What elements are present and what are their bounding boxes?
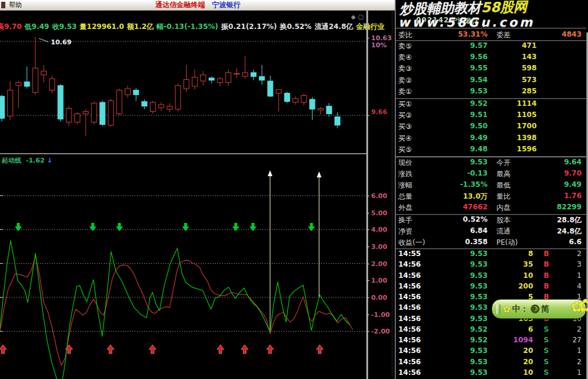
tick-count: 1 bbox=[577, 368, 581, 377]
candle bbox=[318, 108, 323, 110]
stat-value: 0.358 bbox=[465, 238, 488, 246]
buy-signal-arrow bbox=[316, 345, 323, 354]
ime-toolbar[interactable]: ✿ 中 ： ☽ 简 ✿✿ bbox=[492, 299, 586, 319]
flower-icon: ✿ bbox=[503, 304, 511, 315]
tick-side: B bbox=[544, 260, 549, 268]
level-label: 买③ bbox=[398, 122, 412, 132]
ask-row[interactable]: 卖⑤9.57471 bbox=[396, 41, 586, 53]
sell-signal-arrow bbox=[116, 223, 123, 231]
tick-volume: 20 bbox=[523, 358, 533, 366]
axis-tick bbox=[366, 38, 369, 38]
tick-time: 14:56 bbox=[398, 271, 421, 280]
stat-label: 涨幅 bbox=[398, 180, 412, 190]
stats-row: 净资6.84流通24.8亿 bbox=[396, 226, 586, 238]
candle bbox=[176, 86, 181, 109]
axis-tick bbox=[366, 196, 369, 196]
candle bbox=[8, 90, 13, 116]
bid-row[interactable]: 买①9.521114 bbox=[396, 99, 586, 111]
tick-time: 14:56 bbox=[398, 325, 421, 333]
indicator-chart[interactable] bbox=[0, 156, 368, 379]
tick-count: 2 bbox=[577, 325, 581, 333]
signal-up-arrow bbox=[268, 170, 272, 176]
weibi-value: 53.31% bbox=[458, 30, 488, 38]
candle bbox=[242, 73, 248, 76]
level-label: 卖① bbox=[398, 87, 412, 97]
tick-row[interactable]: 14:569.521094S27 bbox=[396, 336, 586, 346]
candle bbox=[226, 73, 231, 83]
ime-drag-handle[interactable] bbox=[496, 305, 501, 314]
buy-signal-arrow bbox=[267, 345, 274, 354]
bid-row[interactable]: 买③9.501700 bbox=[396, 122, 586, 133]
stats-row: 总量13.0万量比1.76 bbox=[396, 192, 586, 203]
tick-volume: 10 bbox=[523, 271, 533, 280]
level-label: 卖⑤ bbox=[398, 41, 412, 51]
pane-splitter[interactable] bbox=[0, 153, 368, 154]
tick-time: 14:56 bbox=[398, 358, 421, 366]
ime-mode-label[interactable]: 中 bbox=[512, 304, 521, 315]
level-label: 卖② bbox=[398, 76, 412, 86]
level-volume: 1114 bbox=[517, 99, 537, 108]
candle bbox=[83, 112, 89, 114]
candle bbox=[335, 117, 340, 125]
bid-row[interactable]: 买②9.511105 bbox=[396, 111, 586, 122]
tick-row[interactable]: 14:569.5320S1 bbox=[396, 346, 586, 357]
bid-row[interactable]: 买④9.491398 bbox=[396, 134, 586, 145]
level-price: 9.52 bbox=[470, 99, 488, 108]
candle bbox=[167, 106, 173, 109]
tick-side: B bbox=[544, 282, 549, 290]
candle bbox=[293, 99, 298, 102]
divider bbox=[396, 40, 586, 41]
candle bbox=[134, 90, 139, 95]
bid-row[interactable]: 买⑤9.481596 bbox=[396, 145, 586, 156]
tick-price: 9.53 bbox=[470, 260, 488, 268]
tick-row[interactable]: 14:569.526S2 bbox=[396, 325, 586, 336]
candle bbox=[184, 79, 189, 88]
axis-tick bbox=[366, 331, 369, 332]
tick-row[interactable]: 14:569.53200B4 bbox=[396, 282, 586, 293]
stat-value: 1.76 bbox=[564, 192, 581, 200]
title-bar: 帮助 通达信金融终端 宁波银行 bbox=[0, 0, 396, 11]
candle bbox=[50, 79, 55, 90]
buy-signal-arrow bbox=[0, 345, 7, 354]
tick-row[interactable]: 14:569.5320S2 bbox=[396, 358, 586, 368]
tick-row[interactable]: 14:559.538B2 bbox=[396, 250, 586, 260]
high-annotation: 10.69 bbox=[51, 38, 72, 46]
moon-icon[interactable]: ☽ bbox=[531, 305, 540, 313]
ask-row[interactable]: 卖③9.55598 bbox=[396, 64, 586, 75]
candle bbox=[41, 71, 47, 74]
ask-row[interactable]: 卖①9.53285 bbox=[396, 87, 586, 98]
ask-row[interactable]: 卖②9.54573 bbox=[396, 76, 586, 87]
candle bbox=[200, 75, 206, 81]
tick-price: 9.53 bbox=[470, 303, 488, 312]
tick-volume: 200 bbox=[518, 282, 533, 290]
stats-row: 现价9.53今开9.64 bbox=[396, 158, 586, 169]
signal-up-arrow bbox=[317, 171, 321, 177]
candle bbox=[142, 102, 147, 106]
tick-row[interactable]: 14:569.5310B1 bbox=[396, 271, 586, 282]
level-price: 9.50 bbox=[470, 122, 488, 130]
tick-count: 4 bbox=[577, 282, 581, 290]
candle bbox=[33, 68, 38, 92]
chart-axis-splitter[interactable] bbox=[366, 10, 368, 379]
candle bbox=[284, 93, 290, 102]
ime-script-label[interactable]: 简 bbox=[541, 304, 550, 315]
tick-price: 9.53 bbox=[470, 293, 488, 301]
tick-volume: 20 bbox=[523, 346, 533, 355]
sell-signal-arrow bbox=[89, 223, 96, 231]
stock-name: 宁波银行 bbox=[450, 16, 479, 26]
tick-row[interactable]: 14:569.5310S1 bbox=[396, 368, 586, 379]
level-volume: 1398 bbox=[517, 134, 537, 142]
divider bbox=[396, 156, 586, 157]
level-volume: 1105 bbox=[517, 111, 537, 119]
tick-row[interactable]: 14:569.5335B3 bbox=[396, 260, 586, 271]
level-volume: 471 bbox=[522, 41, 537, 50]
level-volume: 598 bbox=[522, 64, 537, 72]
ask-row[interactable]: 卖④9.56143 bbox=[396, 53, 586, 64]
tick-price: 9.52 bbox=[470, 325, 488, 333]
tick-side: S bbox=[544, 336, 549, 344]
stat-value: 9.49 bbox=[564, 180, 581, 189]
divider bbox=[396, 214, 586, 215]
axis-tick bbox=[366, 315, 369, 315]
candlestick-chart[interactable]: 10.69 bbox=[0, 10, 368, 153]
tick-count: 2 bbox=[577, 250, 581, 258]
